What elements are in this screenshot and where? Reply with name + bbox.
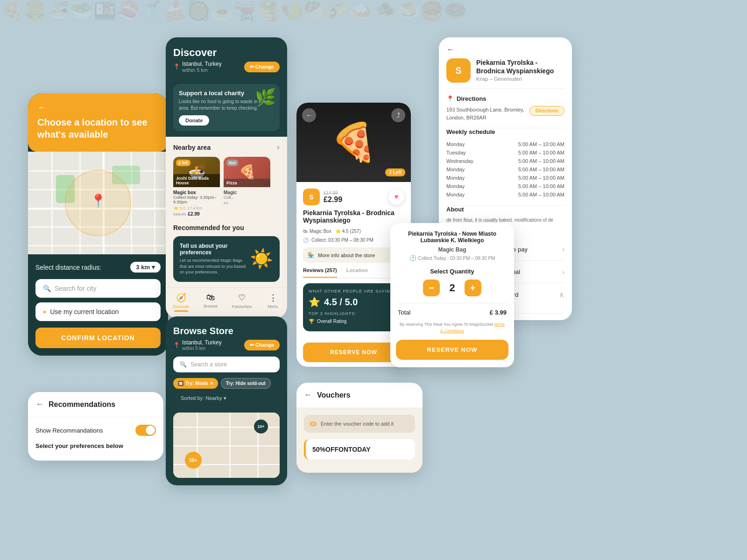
reviews-tab[interactable]: Reviews (257) <box>303 267 337 278</box>
about-title: About <box>446 206 564 213</box>
pizza-share-button[interactable]: ⤴ <box>391 108 405 122</box>
schedule-time: 5:00 AM – 10:00 AM <box>518 175 564 181</box>
schedule-day: Monday <box>446 192 465 197</box>
browse-search-input[interactable]: 🔍 Search a store <box>173 357 280 372</box>
clock-icon: 🕐 <box>303 238 309 243</box>
sun-icon: ☀️ <box>250 248 273 270</box>
qty-reserve-button[interactable]: RESERVE NOW <box>396 340 508 360</box>
recommended-title: Recommended for you <box>173 224 244 231</box>
directions-button[interactable]: Directions <box>529 106 564 116</box>
browse-change-button[interactable]: ✏ Change <box>244 340 280 350</box>
discover-change-button[interactable]: ✏ Change <box>244 62 280 72</box>
browse-location-name: Istanbul, Turkey <box>182 339 222 346</box>
filter-icon: 🔲 <box>178 381 183 386</box>
collect-row: 🕐 Collect: 03:30 PM – 08:30 PM <box>303 238 404 243</box>
nearby-item[interactable]: 🍕 Not Pizza Magic Coll... £4 <box>224 157 270 218</box>
voucher-back-button[interactable]: ← <box>304 390 312 400</box>
pizza-old-price: £14.99 <box>324 190 342 196</box>
distance-value: 3 km <box>136 264 150 271</box>
donate-button[interactable]: Donate <box>179 115 209 126</box>
nav-browse[interactable]: 🛍 Browse <box>204 293 218 312</box>
recommendations-toggle[interactable] <box>135 425 156 436</box>
location-map: 📍 <box>28 152 168 254</box>
show-recommendations-row: Show Recommandations <box>35 425 156 436</box>
schedule-time: 5:00 AM – 10:00 AM <box>518 158 564 164</box>
schedule-time: 5:00 AM – 10:00 AM <box>518 150 564 155</box>
store-back-button[interactable]: ← <box>439 37 572 58</box>
schedule-row: Monday 5:00 AM – 10:00 AM <box>446 174 564 182</box>
highlight-icon: 🏆 <box>309 319 314 324</box>
search-city-input[interactable]: 🔍 Search for city <box>35 279 161 298</box>
pizza-logo-row: S £14.99 £2.99 ♥ <box>303 189 404 205</box>
voucher-header: ← Vouchers <box>296 383 423 407</box>
rec-back-button[interactable]: ← <box>35 399 44 409</box>
terms-link[interactable]: terms & Conditions <box>440 322 505 333</box>
nearby-item-image-2: 🍕 Not Pizza <box>224 157 270 187</box>
qty-plus-button[interactable]: + <box>465 280 481 296</box>
qty-title: Piekarnia Tyrolska - Nowe Miasto Lubawsk… <box>390 223 514 245</box>
discover-location-info: 📍 Istanbul, Turkey within 5 km <box>173 61 222 73</box>
browse-sort[interactable]: Sorted by: Nearby ▾ <box>173 395 280 407</box>
pizza-new-price: £2.99 <box>324 196 342 204</box>
pizza-heart-button[interactable]: ♥ <box>388 189 404 205</box>
store-sub: Knap – Genemuden <box>476 76 564 82</box>
location-controls: Select distance radius: 3 km ▾ 🔍 Search … <box>28 254 168 356</box>
filter-meals-chip[interactable]: 🔲 Try: Meals ✕ <box>173 378 218 389</box>
vouchers-card: ← Vouchers 🎟 Enter the voucher code to a… <box>296 383 423 473</box>
store-header: S Piekarnia Tyrolska - Brodnica Wyspians… <box>439 58 572 88</box>
svg-rect-4 <box>28 245 168 246</box>
nearby-item-badge-2: Not <box>226 160 238 166</box>
distance-dropdown[interactable]: 3 km ▾ <box>130 262 161 273</box>
browse-location-sub: within 5 km <box>182 346 222 351</box>
nearby-section: Nearby area › 🍜 2 left Joshi Dahi Bada H… <box>166 137 287 224</box>
chevron-down-icon: ▾ <box>152 264 155 271</box>
star-icon: ⭐ <box>335 229 341 234</box>
store-address: 193 Southborough Lane, Bromley, London, … <box>446 106 529 121</box>
more-info-button[interactable]: 🏪 More info about the store <box>303 247 404 263</box>
schedule-time: 5:00 AM – 10:00 AM <box>518 141 564 147</box>
location-tab[interactable]: Location <box>346 267 368 278</box>
highlight-text: Overall Rating <box>317 319 346 324</box>
confirm-location-button[interactable]: CONFIRM LOCATION <box>35 328 161 348</box>
qty-controls: − 2 + <box>390 280 514 296</box>
map-badge-10: 10+ <box>254 420 268 434</box>
location-back-arrow[interactable]: ← <box>37 103 159 112</box>
nearby-item-price-row: ⭐ 5.0 17.4 km <box>173 206 220 210</box>
recommended-header: Recommended for you <box>173 224 280 231</box>
schedule-day: Monday <box>446 175 465 181</box>
nav-favourites[interactable]: ♡ Favourites <box>232 293 252 312</box>
discover-location-row: 📍 Istanbul, Turkey within 5 km ✏ Change <box>173 61 280 73</box>
pizza-badge: 2 Left <box>385 168 405 176</box>
directions-icon: 📍 <box>446 95 454 102</box>
pizza-back-button[interactable]: ← <box>302 108 316 122</box>
pizza-reserve-button[interactable]: RESERVE NOW <box>303 343 404 362</box>
qty-total-value: £ 3.99 <box>490 309 507 316</box>
filter-hide-chip[interactable]: Try: Hide sold-out <box>221 378 271 389</box>
svg-rect-18 <box>229 413 231 478</box>
schedule-row: Monday 5:00 AM – 10:00 AM <box>446 140 564 148</box>
magic-box-tag: 🛍 Magic Box <box>303 229 331 234</box>
location-header-title: Choose a location to see what's availabl… <box>37 116 159 140</box>
nav-browse-label: Browse <box>204 304 218 308</box>
nearby-see-more[interactable]: › <box>277 142 280 152</box>
current-location-row[interactable]: ● Use my current location <box>35 302 161 321</box>
nav-menu[interactable]: ⋮ Menu <box>266 293 280 312</box>
nav-discover[interactable]: 🧭 Discover <box>173 293 189 312</box>
schedule-row: Monday 5:00 AM – 10:00 AM <box>446 182 564 190</box>
nearby-item-rating: ⭐ 5.0 <box>173 206 185 210</box>
schedule-day: Monday <box>446 167 465 172</box>
nearby-item-old-price: £14.99 <box>173 212 186 217</box>
plant-icon: 🌿 <box>255 88 276 107</box>
qty-terms: By reserving This Meal You Agree To Magi… <box>390 322 514 340</box>
qty-minus-button[interactable]: − <box>423 280 440 296</box>
schedule-row: Monday 5:00 AM – 10:00 AM <box>446 165 564 174</box>
quantity-modal: Piekarnia Tyrolska - Nowe Miasto Lubawsk… <box>390 223 514 367</box>
bag-icon: 🛍 <box>303 229 308 234</box>
search-city-placeholder: Search for city <box>55 285 96 292</box>
nearby-item-name-2: Pizza <box>224 179 270 187</box>
menu-nav-icon: ⋮ <box>269 293 277 303</box>
nearby-item[interactable]: 🍜 2 left Joshi Dahi Bada House Magic box… <box>173 157 220 218</box>
schedule-day: Tuesday <box>446 150 466 155</box>
rating-tag: ⭐ 4.5 (257) <box>335 229 361 234</box>
rec-header: ← Recommendations <box>28 392 163 417</box>
